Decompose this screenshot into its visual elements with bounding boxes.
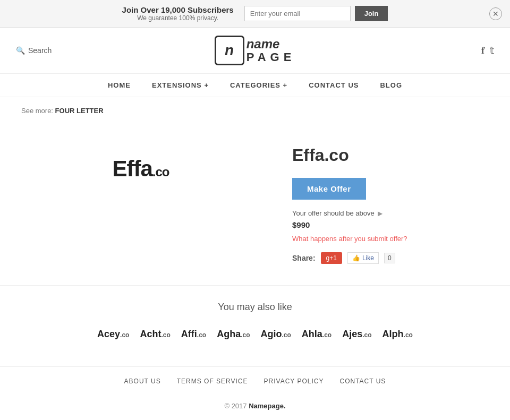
footer-copyright: © 2017 Namepage. <box>0 396 510 416</box>
logo-icon-letter: n <box>225 42 234 59</box>
offer-price: $990 <box>292 220 489 229</box>
banner-main-text: Join Over 19,000 Subscribers <box>122 5 234 14</box>
email-input[interactable] <box>244 6 351 21</box>
also-like-grid: Acey.coAcht.coAffi.coAgha.coAgio.coAhla.… <box>21 329 489 340</box>
also-like-section: You may also like Acey.coAcht.coAffi.coA… <box>0 285 510 356</box>
search-icon: 🔍 <box>16 46 25 55</box>
logo-icon-box: n <box>215 36 244 65</box>
nav-item-extensions[interactable]: EXTENSIONS + <box>152 81 209 89</box>
banner-sub-text: We guarantee 100% privacy. <box>122 14 234 22</box>
join-button[interactable]: Join <box>355 6 388 21</box>
main-content: Effa.co Effa.co Make Offer Your offer sh… <box>0 124 510 285</box>
footer-terms[interactable]: TERMS OF SERVICE <box>177 378 248 385</box>
domain-title: Effa.co <box>292 145 489 165</box>
breadcrumb-link[interactable]: FOUR LETTER <box>55 107 104 115</box>
share-row: Share: g+1 👍 Like 0 <box>292 252 489 264</box>
card-name: Ahla <box>302 329 322 339</box>
breadcrumb: See more: FOUR LETTER <box>0 97 510 124</box>
fb-thumb-icon: 👍 <box>352 254 360 262</box>
nav-item-blog[interactable]: BLOG <box>380 81 402 89</box>
header: 🔍 Search n name PAGE 𝐟 𝕥 <box>0 28 510 74</box>
footer-about[interactable]: ABOUT US <box>124 378 161 385</box>
domain-tld-text: .co <box>152 165 169 179</box>
card-name: Ajes <box>342 329 362 339</box>
card-tld: .co <box>197 331 206 339</box>
offer-info-text: Your offer should be above <box>292 209 375 217</box>
search-label: Search <box>28 46 52 55</box>
list-item[interactable]: Agio.co <box>260 329 291 340</box>
logo[interactable]: n name PAGE <box>215 36 296 65</box>
see-more-label: See more: <box>21 107 53 115</box>
list-item[interactable]: Affi.co <box>181 329 206 340</box>
card-tld: .co <box>161 331 170 339</box>
search-area[interactable]: 🔍 Search <box>16 46 96 55</box>
fb-like-label: Like <box>362 254 374 262</box>
list-item[interactable]: Alph.co <box>382 329 413 340</box>
logo-name: name <box>246 37 296 51</box>
also-like-title: You may also like <box>21 302 489 313</box>
banner-text: Join Over 19,000 Subscribers We guarante… <box>122 5 234 22</box>
card-tld: .co <box>282 331 291 339</box>
list-item[interactable]: Acht.co <box>140 329 170 340</box>
close-banner-button[interactable]: ✕ <box>489 7 502 20</box>
list-item[interactable]: Agha.co <box>217 329 250 340</box>
card-name: Acey <box>97 329 120 339</box>
card-tld: .co <box>362 331 371 339</box>
card-name: Affi <box>181 329 197 339</box>
social-links: 𝐟 𝕥 <box>414 45 494 56</box>
nav-item-contact[interactable]: CONTACT US <box>309 81 359 89</box>
google-plus-button[interactable]: g+1 <box>321 252 342 264</box>
footer-privacy[interactable]: PRIVACY POLICY <box>264 378 324 385</box>
footer-brand-link[interactable]: Namepage. <box>249 402 285 410</box>
list-item[interactable]: Ajes.co <box>342 329 371 340</box>
fb-count: 0 <box>384 253 395 263</box>
logo-text: name PAGE <box>246 37 296 64</box>
card-tld: .co <box>120 331 129 339</box>
card-name: Agha <box>217 329 241 339</box>
domain-details: Effa.co Make Offer Your offer should be … <box>292 135 489 275</box>
top-banner: Join Over 19,000 Subscribers We guarante… <box>0 0 510 28</box>
logo-page: PAGE <box>246 51 296 64</box>
offer-info: Your offer should be above ▶ <box>292 209 489 217</box>
offer-arrow-icon: ▶ <box>378 210 382 217</box>
card-name: Agio <box>260 329 282 339</box>
domain-logo: Effa.co <box>112 156 169 182</box>
twitter-icon[interactable]: 𝕥 <box>490 45 494 56</box>
card-tld: .co <box>241 331 250 339</box>
facebook-like-button[interactable]: 👍 Like <box>347 252 379 264</box>
email-form: Join <box>244 6 388 21</box>
card-tld: .co <box>404 331 413 339</box>
footer-contact[interactable]: CONTACT US <box>339 378 386 385</box>
card-name: Alph <box>382 329 404 339</box>
footer-copy-year: © 2017 <box>224 402 246 410</box>
card-name: Acht <box>140 329 161 339</box>
nav-item-categories[interactable]: CATEGORIES + <box>230 81 287 89</box>
nav-item-home[interactable]: HOME <box>108 81 131 89</box>
list-item[interactable]: Acey.co <box>97 329 129 340</box>
make-offer-button[interactable]: Make Offer <box>292 178 366 200</box>
facebook-icon[interactable]: 𝐟 <box>481 45 484 56</box>
what-happens-link[interactable]: What happens after you submit offer? <box>292 235 489 243</box>
list-item[interactable]: Ahla.co <box>302 329 332 340</box>
share-label: Share: <box>292 254 316 262</box>
main-nav: HOME EXTENSIONS + CATEGORIES + CONTACT U… <box>0 74 510 97</box>
domain-logo-area: Effa.co <box>21 135 260 203</box>
card-tld: .co <box>322 331 332 339</box>
footer-links: ABOUT US TERMS OF SERVICE PRIVACY POLICY… <box>0 366 510 396</box>
domain-name-text: Effa <box>112 156 152 181</box>
